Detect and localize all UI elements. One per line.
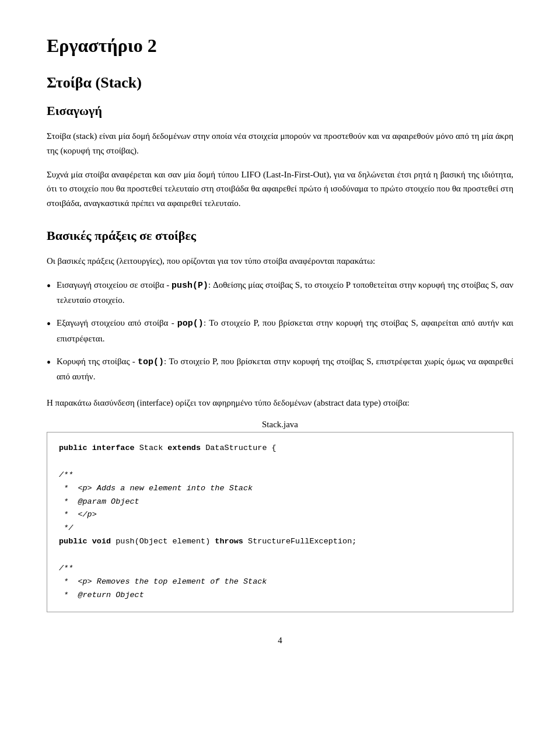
- basics-heading: Βασικές πράξεις σε στοίβες: [47, 228, 513, 243]
- bullet-dot-3: •: [47, 353, 51, 372]
- list-item: • Εισαγωγή στοιχείου σε στοίβα - push(P)…: [47, 278, 513, 308]
- code-box-wrapper: Stack.java public interface Stack extend…: [47, 420, 513, 612]
- bullet-dot-2: •: [47, 315, 51, 334]
- intro-paragraph1: Στοίβα (stack) είναι μία δομή δεδομένων …: [47, 129, 513, 158]
- stack-title: Στοίβα (Stack): [47, 74, 513, 92]
- bullet-term-2: pop(): [177, 319, 204, 329]
- code-filename: Stack.java: [47, 420, 513, 430]
- basics-intro: Οι βασικές πράξεις (λειτουργίες), που ορ…: [47, 254, 513, 268]
- bullet-term-1: push(P): [172, 281, 208, 291]
- bullet-list: • Εισαγωγή στοιχείου σε στοίβα - push(P)…: [47, 278, 513, 385]
- interface-section: Η παρακάτω διασύνδεση (interface) ορίζει…: [47, 396, 513, 612]
- basics-section: Βασικές πράξεις σε στοίβες Οι βασικές πρ…: [47, 228, 513, 384]
- bullet-dot: •: [47, 277, 51, 296]
- main-title: Εργαστήριο 2: [47, 35, 513, 57]
- bullet-prefix-2: Εξαγωγή στοιχείου από στοίβα -: [57, 318, 177, 327]
- bullet-prefix-1: Εισαγωγή στοιχείου σε στοίβα -: [57, 280, 172, 289]
- list-item: • Εξαγωγή στοιχείου από στοίβα - pop(): …: [47, 316, 513, 346]
- page-number: 4: [47, 636, 513, 646]
- bullet-text-1: Εισαγωγή στοιχείου σε στοίβα - push(P): …: [57, 278, 513, 308]
- bullet-prefix-3: Κορυφή της στοίβας -: [57, 357, 138, 366]
- bullet-text-2: Εξαγωγή στοιχείου από στοίβα - pop(): Το…: [57, 316, 513, 346]
- list-item: • Κορυφή της στοίβας - top(): Το στοιχεί…: [47, 354, 513, 385]
- bullet-term-3: top(): [138, 357, 164, 367]
- intro-heading: Εισαγωγή: [47, 103, 513, 118]
- bullet-text-3: Κορυφή της στοίβας - top(): Το στοιχείο …: [57, 354, 513, 385]
- intro-paragraph2: Συχνά μία στοίβα αναφέρεται και σαν μία …: [47, 168, 513, 211]
- code-box: public interface Stack extends DataStruc…: [47, 432, 513, 612]
- interface-paragraph: Η παρακάτω διασύνδεση (interface) ορίζει…: [47, 396, 513, 410]
- intro-section: Εισαγωγή Στοίβα (stack) είναι μία δομή δ…: [47, 103, 513, 211]
